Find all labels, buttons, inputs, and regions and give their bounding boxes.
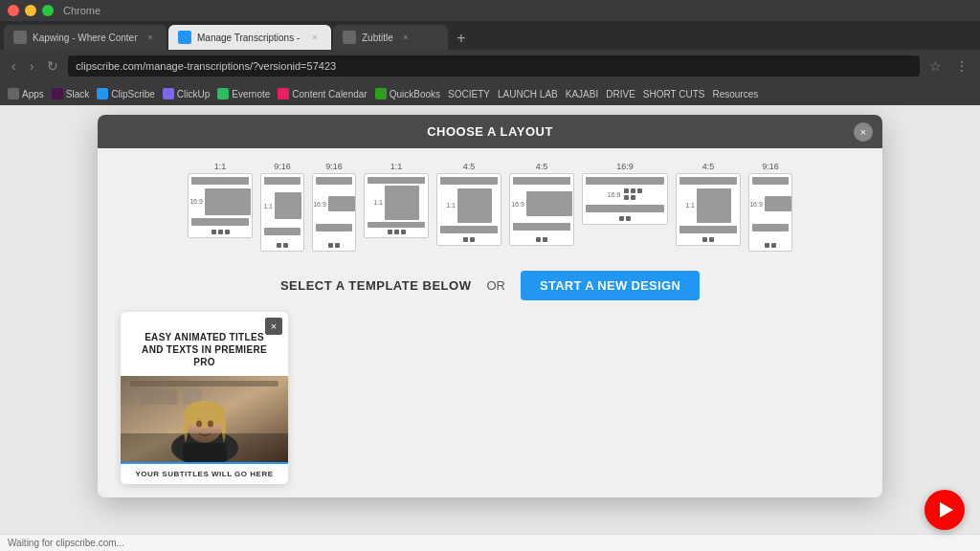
layout-bottom-block-6 — [513, 223, 570, 231]
layout-middle-7: 16:9 — [608, 188, 643, 200]
layout-social-6 — [536, 237, 547, 242]
bookmark-launch-lab[interactable]: LAUNCH LAB — [498, 89, 558, 99]
layout-preview-8[interactable]: 1:1 — [676, 173, 741, 246]
social-icon-tw-8 — [709, 237, 714, 242]
layout-preview-1[interactable]: 16:9 — [188, 173, 253, 238]
bookmark-kajabi[interactable]: KAJABI — [566, 89, 598, 99]
browser-chrome: Chrome Kapwing - Where Content Cre... × … — [0, 0, 980, 105]
layout-middle-5: 1:1 — [446, 188, 492, 223]
select-template-text: SELECT A TEMPLATE BELOW — [280, 278, 472, 293]
layout-main-block-3 — [328, 196, 355, 211]
layout-preview-3[interactable]: 16:9 — [312, 173, 356, 252]
reload-button[interactable]: ↻ — [43, 56, 62, 76]
layout-middle: 16:9 — [189, 188, 251, 215]
layout-option-3[interactable]: 9:16 16:9 — [312, 162, 356, 252]
tab-close-kapwing[interactable]: × — [144, 31, 157, 44]
layout-main-block-5 — [457, 188, 492, 223]
tab-close-clipscribe[interactable]: × — [308, 31, 322, 44]
layout-option-1[interactable]: 1:1 16:9 — [188, 162, 253, 238]
social-icon-li — [225, 230, 230, 234]
tab-favicon-zubtitle — [343, 31, 356, 44]
layout-option-7[interactable]: 16:9 16:9 — [582, 162, 668, 225]
bookmark-clipscribe[interactable]: ClipScribe — [97, 88, 155, 99]
social-icon-fb-5 — [463, 237, 468, 242]
bookmark-quickbooks[interactable]: QuickBooks — [375, 88, 440, 99]
fb-icon — [624, 188, 629, 193]
modal-close-button[interactable]: × — [854, 122, 873, 142]
layout-preview-4[interactable]: 1:1 — [364, 173, 429, 238]
bookmark-shortcuts[interactable]: SHORT CUTS — [643, 89, 705, 99]
youtube-fab-button[interactable] — [924, 490, 965, 530]
layout-middle-9: 16:9 — [749, 196, 791, 211]
social-icon-ig-6 — [543, 237, 547, 242]
bookmark-slack[interactable]: Slack — [52, 88, 89, 99]
tab-close-zubtitle[interactable]: × — [399, 31, 412, 44]
title-bar-text: Chrome — [63, 5, 100, 16]
layout-option-6[interactable]: 4:5 16:9 — [509, 162, 574, 246]
layout-label-9: 9:16 — [762, 162, 779, 171]
menu-button[interactable]: ⋮ — [951, 56, 972, 76]
layout-social-9 — [765, 243, 776, 248]
layout-option-8[interactable]: 4:5 1:1 — [676, 162, 741, 246]
modal-title: CHOOSE A LAYOUT — [427, 124, 553, 139]
tab-label-kapwing: Kapwing - Where Content Cre... — [33, 33, 138, 43]
template-card-title: EASY ANIMATED TITLESAND TEXTS IN PREMIER… — [132, 331, 277, 368]
layout-preview-2[interactable]: 1:1 — [260, 173, 304, 252]
minimize-window-button[interactable] — [25, 5, 36, 16]
li-icon — [631, 195, 635, 200]
new-tab-button[interactable]: + — [450, 27, 473, 50]
bookmark-society[interactable]: SOCIETY — [448, 89, 490, 99]
social-stack — [624, 188, 642, 200]
template-card-1[interactable]: × EASY ANIMATED TITLESAND TEXTS IN PREMI… — [121, 312, 288, 484]
layout-social-2 — [277, 243, 288, 248]
social-icon-ig-8 — [702, 237, 707, 242]
clickup-icon — [163, 88, 174, 99]
layout-option-9[interactable]: 9:16 16:9 — [748, 162, 792, 252]
maximize-window-button[interactable] — [42, 5, 54, 16]
social-icon-ig-4 — [394, 230, 399, 234]
layout-label-6: 4:5 — [536, 162, 548, 171]
tab-clipscribe[interactable]: Manage Transcriptions - Clips... × — [168, 25, 331, 50]
tab-bar: Kapwing - Where Content Cre... × Manage … — [0, 21, 980, 50]
tab-kapwing[interactable]: Kapwing - Where Content Cre... × — [4, 25, 167, 50]
layout-top-block-6 — [513, 177, 570, 185]
layout-middle-8: 1:1 — [685, 188, 731, 223]
tab-label-clipscribe: Manage Transcriptions - Clips... — [197, 33, 302, 43]
bookmark-drive[interactable]: DRIVE — [606, 89, 635, 99]
template-card-header: EASY ANIMATED TITLESAND TEXTS IN PREMIER… — [121, 312, 288, 376]
layout-option-2[interactable]: 9:16 1:1 — [260, 162, 304, 252]
layout-preview-5[interactable]: 1:1 — [436, 173, 501, 246]
back-button[interactable]: ‹ — [8, 56, 20, 76]
layout-main-block-8 — [697, 188, 731, 223]
svg-rect-2 — [140, 389, 178, 405]
bookmark-evernote[interactable]: Evernote — [217, 88, 270, 99]
social-icon-ig-2 — [277, 243, 281, 248]
close-window-button[interactable] — [8, 5, 19, 16]
start-new-design-button[interactable]: START A NEW DESIGN — [521, 271, 700, 300]
social-row-bot — [624, 195, 642, 200]
tab-favicon-kapwing — [13, 31, 27, 44]
bookmark-content-calendar[interactable]: Content Calendar — [278, 88, 367, 99]
layout-option-4[interactable]: 1:1 1:1 — [364, 162, 429, 238]
layout-preview-9[interactable]: 16:9 — [748, 173, 792, 252]
forward-button[interactable]: › — [26, 56, 38, 76]
template-card-subtitle: YOUR SUBTITLES WILL GO HERE — [121, 462, 288, 484]
templates-area: × EASY ANIMATED TITLESAND TEXTS IN PREMI… — [113, 312, 867, 484]
bookmark-clickup[interactable]: ClickUp — [163, 88, 210, 99]
tab-zubtitle[interactable]: Zubtitle × — [333, 25, 448, 50]
bookmark-apps[interactable]: Apps — [8, 88, 44, 99]
social-icon-ig-9 — [765, 243, 769, 248]
layout-top-block-7 — [586, 177, 664, 185]
layout-top-block-8 — [679, 177, 737, 185]
layout-preview-6[interactable]: 16:9 — [509, 173, 574, 246]
layout-option-5[interactable]: 4:5 1:1 — [436, 162, 501, 246]
layout-main-block-9 — [765, 196, 791, 211]
bookmark-resources[interactable]: Resources — [712, 89, 758, 99]
svg-rect-1 — [130, 381, 278, 386]
layout-preview-7[interactable]: 16:9 — [582, 173, 668, 225]
template-card-close-button[interactable]: × — [265, 318, 282, 335]
bookmark-button[interactable]: ☆ — [925, 56, 946, 76]
status-text: Waiting for clipscribe.com... — [8, 538, 124, 548]
layout-top-block-4 — [368, 177, 425, 184]
address-bar[interactable]: clipscribe.com/manage-transcriptions/?ve… — [68, 55, 920, 77]
